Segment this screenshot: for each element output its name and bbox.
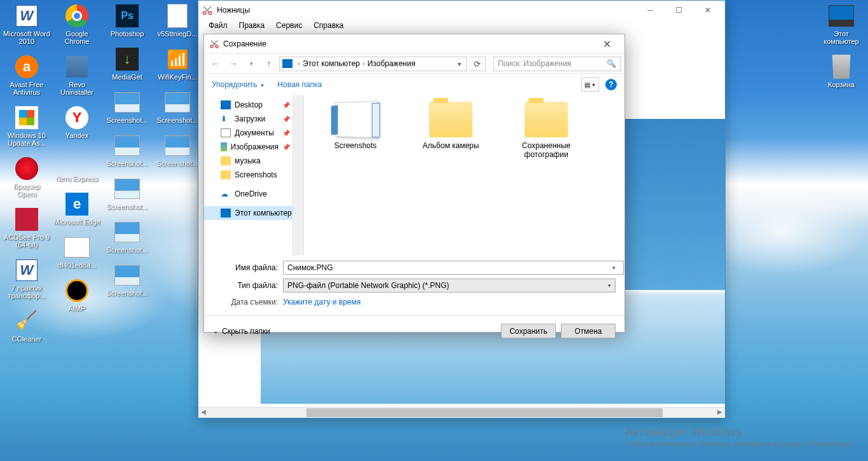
- desktop-icon-v5stt[interactable]: v5SttniegD...: [154, 3, 201, 38]
- folder-icon: [221, 128, 231, 137]
- close-button[interactable]: ✕: [693, 1, 722, 19]
- desktop-icon-scr1[interactable]: Screenshot...: [104, 90, 151, 124]
- desktop-icon-label: Microsoft Edge: [53, 218, 100, 226]
- tree-item-Загрузки[interactable]: ⬇Загрузки📌: [204, 112, 293, 126]
- folder-content[interactable]: ScreenshotsАльбом камерыСохраненные фото…: [304, 95, 624, 256]
- breadcrumb-separator: ›: [298, 59, 300, 68]
- tree-item-OneDrive[interactable]: ☁OneDrive: [204, 187, 293, 201]
- desktop-icon-recycle[interactable]: Корзина: [818, 54, 865, 88]
- desktop-icon-acdsee[interactable]: ACDSee Pro 9 (64-bit): [3, 207, 50, 249]
- folder-label: Screenshots: [314, 141, 397, 150]
- desktop-icon-ccleaner[interactable]: CCleaner: [3, 308, 50, 343]
- save-toolbar: Упорядочить▼ Новая папка ▤▼ ?: [204, 74, 624, 95]
- desktop-icon-this-pc[interactable]: Этот компьютер: [818, 3, 865, 45]
- desktop-icon-wifikey[interactable]: 📶WifiKeyFin...: [154, 46, 201, 81]
- breadcrumb-root[interactable]: Этот компьютер: [303, 59, 360, 68]
- tree-item-Изображения[interactable]: Изображения📌: [204, 140, 293, 154]
- desktop-icon-scr7[interactable]: Screenshot...: [154, 133, 201, 167]
- desktop-icon-avast[interactable]: Avast Free Antivirus: [3, 54, 50, 96]
- desktop-icon-label: Revo Uninstaller: [53, 81, 100, 96]
- desktop-icon-ps[interactable]: PsPhotoshop: [104, 3, 151, 38]
- up-button[interactable]: ↑: [261, 56, 277, 71]
- filename-label: Имя файла:: [213, 263, 283, 272]
- save-titlebar[interactable]: Сохранение ✕: [204, 34, 624, 53]
- save-button[interactable]: Сохранить: [501, 324, 556, 338]
- address-bar[interactable]: › Этот компьютер › Изображения ▾: [279, 57, 467, 71]
- desktop-icon-label: Avast Free Antivirus: [3, 81, 50, 96]
- folder-Альбом камеры[interactable]: Альбом камеры: [410, 102, 492, 150]
- tree-item-label: OneDrive: [235, 189, 267, 198]
- desktop-icon-scr4[interactable]: Screenshot...: [104, 219, 151, 254]
- tree-item-музыка[interactable]: музыка: [204, 154, 293, 168]
- maximize-button[interactable]: ☐: [665, 1, 693, 19]
- desktop-icon-label: Этот компьютер: [818, 30, 865, 45]
- snip-titlebar[interactable]: Ножницы ─ ☐ ✕: [198, 1, 725, 20]
- tree-item-Этот компьютер[interactable]: Этот компьютер: [204, 206, 293, 220]
- filetype-label: Тип файла:: [213, 281, 283, 290]
- folder-label: Сохраненные фотографии: [505, 141, 588, 159]
- menu-Сервис[interactable]: Сервис: [271, 20, 307, 34]
- desktop-icon-label: Screenshot...: [107, 203, 148, 210]
- desktop-icon-df401[interactable]: df401ed8a...: [53, 235, 100, 269]
- filetype-select[interactable]: PNG-файл (Portable Network Graphic) (*.P…: [283, 279, 616, 292]
- desktop-icon-label: Screenshot...: [107, 289, 148, 297]
- scrollbar-thumb[interactable]: [307, 408, 663, 417]
- organize-button[interactable]: Упорядочить▼: [212, 80, 265, 89]
- desktop-icon-scr5[interactable]: Screenshot...: [104, 263, 151, 297]
- tree-item-label: Загрузки: [235, 114, 265, 123]
- tree-item-label: Screenshots: [235, 170, 277, 179]
- desktop-icon-edge[interactable]: eMicrosoft Edge: [53, 191, 100, 226]
- desktop-icon-mediaget[interactable]: ↓MediaGet: [104, 46, 151, 81]
- tree-scrollbar[interactable]: [293, 95, 304, 256]
- folder-Screenshots[interactable]: Screenshots: [314, 102, 397, 150]
- folder-icon: [221, 156, 231, 165]
- cancel-button[interactable]: Отмена: [561, 324, 616, 338]
- desktop-icon-scr3[interactable]: Screenshot...: [104, 176, 151, 210]
- recent-dropdown[interactable]: ▾: [244, 56, 259, 71]
- horizontal-scrollbar[interactable]: ◀ ▶: [198, 407, 725, 418]
- folder-tree: Desktop📌⬇Загрузки📌Документы📌Изображения📌…: [204, 95, 293, 256]
- dialog-close-button[interactable]: ✕: [594, 38, 619, 50]
- new-folder-button[interactable]: Новая папка: [277, 80, 322, 89]
- desktop-icon-label: df401ed8a...: [57, 261, 96, 269]
- tree-item-label: Документы: [235, 128, 274, 137]
- menu-Справка[interactable]: Справка: [308, 20, 348, 34]
- desktop-icon-label: Yandex: [65, 132, 89, 139]
- desktop-icon-label: Photoshop: [111, 30, 144, 38]
- desktop-icon-label: Screenshot...: [107, 160, 148, 167]
- desktop-icon-nero[interactable]: Nero Express: [53, 148, 100, 182]
- filename-input[interactable]: [283, 261, 624, 275]
- breadcrumb-current[interactable]: Изображения: [368, 59, 415, 68]
- desktop-icon-label: ACDSee Pro 9 (64-bit): [3, 233, 50, 249]
- desktop-icon-label: Браузер Opera: [3, 182, 50, 198]
- desktop-icon-revo[interactable]: Revo Uninstaller: [53, 54, 100, 96]
- back-button[interactable]: ←: [208, 56, 223, 71]
- refresh-button[interactable]: ⟳: [469, 57, 486, 71]
- desktop-icon-aimp[interactable]: AIMP: [53, 278, 100, 312]
- desktop-icon-yandex[interactable]: YYandex: [53, 105, 100, 139]
- folder-icon: ⬇: [221, 114, 231, 123]
- desktop-icon-7praktik[interactable]: W7 практик трансфор...: [3, 258, 50, 299]
- desktop-icon-word[interactable]: WMicrosoft Word 2010: [3, 3, 50, 45]
- desktop-icon-winupdate[interactable]: Windows 10 Update As...: [3, 105, 50, 147]
- desktop-icon-chrome[interactable]: Google Chrome: [53, 3, 100, 45]
- desktop-icon-label: Google Chrome: [53, 30, 100, 45]
- menu-Файл[interactable]: Файл: [203, 20, 233, 34]
- tree-item-Desktop[interactable]: Desktop📌: [204, 98, 293, 112]
- address-dropdown[interactable]: ▾: [455, 60, 464, 67]
- hide-folders-toggle[interactable]: ⌄ Скрыть папки: [213, 327, 270, 336]
- search-input[interactable]: Поиск: Изображения 🔍: [493, 57, 621, 71]
- tree-item-Документы[interactable]: Документы📌: [204, 126, 293, 140]
- minimize-button[interactable]: ─: [636, 1, 665, 19]
- tree-item-Screenshots[interactable]: Screenshots: [204, 168, 293, 182]
- desktop-icon-opera[interactable]: Браузер Opera: [3, 156, 50, 198]
- view-mode-button[interactable]: ▤▼: [581, 78, 599, 92]
- folder-Сохраненные фотографии[interactable]: Сохраненные фотографии: [505, 102, 588, 159]
- desktop-icon-scr2[interactable]: Screenshot...: [104, 133, 151, 167]
- desktop-icon-scr6[interactable]: Screenshot...: [154, 90, 201, 124]
- help-button[interactable]: ?: [605, 79, 617, 90]
- forward-button[interactable]: →: [226, 56, 241, 71]
- filename-dropdown[interactable]: ▾: [612, 265, 616, 271]
- date-taken-link[interactable]: Укажите дату и время: [283, 298, 361, 306]
- menu-Правка[interactable]: Правка: [234, 20, 270, 34]
